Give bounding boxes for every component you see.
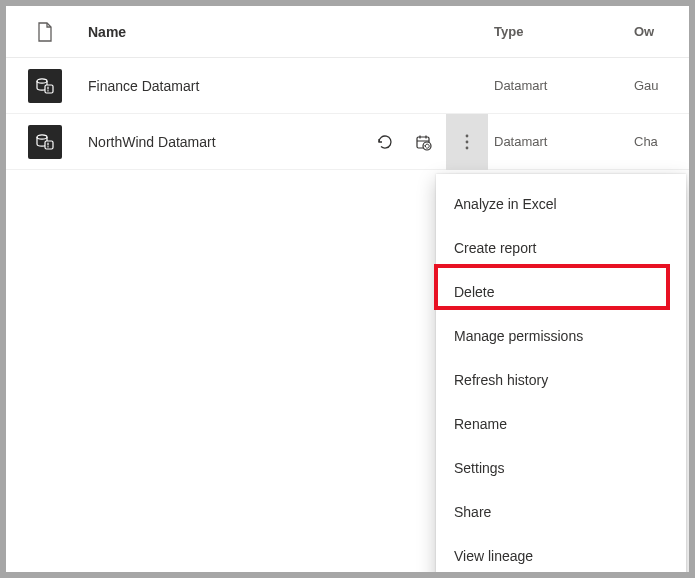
menu-item-create-report[interactable]: Create report bbox=[436, 226, 686, 270]
row-owner: Gau bbox=[634, 78, 689, 93]
row-name[interactable]: Finance Datamart bbox=[84, 78, 354, 94]
row-type: Datamart bbox=[494, 78, 634, 93]
row-type: Datamart bbox=[494, 134, 634, 149]
header-type[interactable]: Type bbox=[494, 24, 634, 39]
datamart-icon bbox=[28, 69, 62, 103]
svg-point-7 bbox=[466, 140, 469, 143]
svg-point-6 bbox=[466, 134, 469, 137]
row-icon-cell bbox=[6, 125, 84, 159]
row-name[interactable]: NorthWind Datamart bbox=[84, 134, 354, 150]
table-row[interactable]: Finance Datamart Datamart Gau bbox=[6, 58, 689, 114]
row-icon-cell bbox=[6, 69, 84, 103]
menu-item-view-lineage[interactable]: View lineage bbox=[436, 534, 686, 572]
menu-item-refresh-history[interactable]: Refresh history bbox=[436, 358, 686, 402]
svg-rect-3 bbox=[45, 141, 53, 149]
table-row[interactable]: NorthWind Datamart bbox=[6, 114, 689, 170]
row-owner: Cha bbox=[634, 134, 689, 149]
schedule-refresh-icon[interactable] bbox=[408, 127, 438, 157]
menu-item-manage-permissions[interactable]: Manage permissions bbox=[436, 314, 686, 358]
svg-point-2 bbox=[37, 134, 47, 138]
workspace-content-list: Name Type Ow Finance Datamart Datamart G… bbox=[6, 6, 689, 572]
svg-point-5 bbox=[423, 142, 431, 150]
menu-item-rename[interactable]: Rename bbox=[436, 402, 686, 446]
menu-item-analyze-in-excel[interactable]: Analyze in Excel bbox=[436, 182, 686, 226]
menu-item-share[interactable]: Share bbox=[436, 490, 686, 534]
document-icon bbox=[34, 21, 56, 43]
menu-item-settings[interactable]: Settings bbox=[436, 446, 686, 490]
header-owner[interactable]: Ow bbox=[634, 24, 689, 39]
datamart-icon bbox=[28, 125, 62, 159]
svg-rect-1 bbox=[45, 85, 53, 93]
svg-point-0 bbox=[37, 78, 47, 82]
context-menu: Analyze in Excel Create report Delete Ma… bbox=[436, 174, 686, 572]
header-icon-cell bbox=[6, 21, 84, 43]
more-options-button[interactable] bbox=[446, 114, 488, 170]
header-name[interactable]: Name bbox=[84, 24, 354, 40]
table-header-row: Name Type Ow bbox=[6, 6, 689, 58]
svg-point-8 bbox=[466, 146, 469, 149]
refresh-icon[interactable] bbox=[370, 127, 400, 157]
menu-item-delete[interactable]: Delete bbox=[436, 270, 686, 314]
row-actions bbox=[354, 114, 494, 170]
